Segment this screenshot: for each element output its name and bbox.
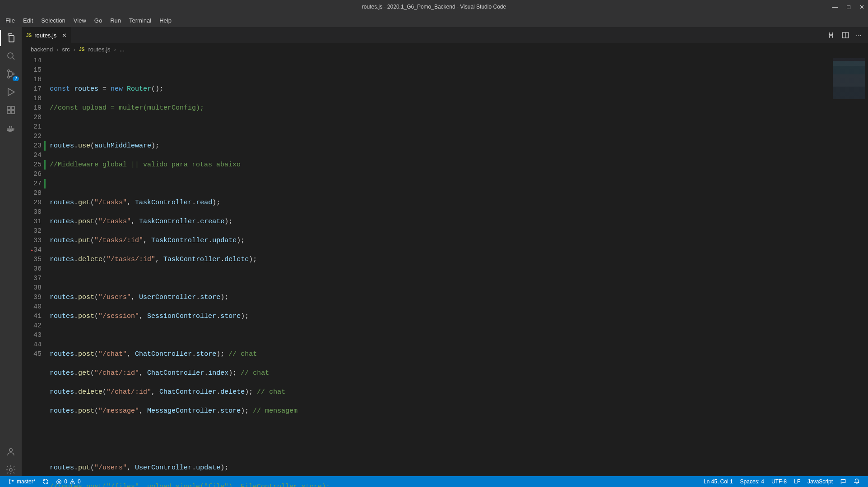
chevron-right-icon: › bbox=[56, 46, 58, 53]
tab-label: routes.js bbox=[34, 32, 56, 39]
svg-point-2 bbox=[8, 76, 9, 78]
run-debug-icon[interactable] bbox=[5, 86, 17, 98]
window-title: routes.js - 2020.1_G6_Pomo_Backend - Vis… bbox=[362, 4, 506, 10]
editor-tabs: JS routes.js ✕ ⋯ bbox=[22, 27, 868, 43]
settings-gear-icon[interactable] bbox=[5, 464, 17, 476]
breadcrumbs[interactable]: backend › src › JS routes.js › ... bbox=[22, 43, 868, 55]
explorer-icon[interactable] bbox=[5, 32, 17, 44]
activity-bar: 2 bbox=[0, 27, 22, 476]
svg-point-9 bbox=[9, 469, 12, 471]
minimap[interactable] bbox=[828, 55, 868, 476]
menu-help[interactable]: Help bbox=[156, 15, 175, 26]
scm-badge: 2 bbox=[13, 76, 19, 81]
maximize-icon[interactable]: □ bbox=[847, 4, 850, 10]
js-file-icon: JS bbox=[79, 47, 84, 52]
extensions-icon[interactable] bbox=[5, 104, 17, 116]
svg-point-1 bbox=[8, 70, 9, 72]
crumb-backend[interactable]: backend bbox=[31, 46, 53, 53]
chevron-right-icon: › bbox=[74, 46, 75, 53]
more-actions-icon[interactable]: ⋯ bbox=[856, 32, 862, 39]
docker-icon[interactable] bbox=[5, 122, 17, 134]
title-bar: routes.js - 2020.1_G6_Pomo_Backend - Vis… bbox=[0, 0, 868, 14]
accounts-icon[interactable] bbox=[5, 446, 17, 458]
compare-changes-icon[interactable] bbox=[827, 31, 835, 39]
tab-close-icon[interactable]: ✕ bbox=[62, 32, 67, 39]
code-content[interactable]: const routes = new Router(); //const upl… bbox=[50, 55, 828, 476]
svg-point-8 bbox=[9, 449, 12, 451]
svg-rect-6 bbox=[11, 110, 14, 114]
crumb-symbol[interactable]: ... bbox=[120, 46, 125, 53]
status-feedback-icon[interactable] bbox=[836, 478, 850, 485]
svg-rect-7 bbox=[11, 106, 14, 110]
line-gutter: 14 15 16 17 18 19 20 21 22 23 24 25 26 2… bbox=[22, 55, 50, 476]
tab-routes-js[interactable]: JS routes.js ✕ bbox=[22, 27, 72, 43]
close-icon[interactable]: ✕ bbox=[859, 4, 864, 10]
status-branch[interactable]: master* bbox=[5, 476, 39, 487]
menu-view[interactable]: View bbox=[70, 15, 90, 26]
source-control-icon[interactable]: 2 bbox=[5, 68, 17, 80]
minimap-thumb[interactable] bbox=[833, 58, 865, 99]
js-file-icon: JS bbox=[26, 33, 32, 38]
chevron-right-icon: › bbox=[114, 46, 116, 53]
crumb-file[interactable]: routes.js bbox=[88, 46, 110, 53]
svg-rect-4 bbox=[7, 106, 10, 110]
svg-point-11 bbox=[9, 479, 10, 480]
svg-point-0 bbox=[8, 53, 13, 58]
minimize-icon[interactable]: ― bbox=[832, 4, 838, 10]
menu-run[interactable]: Run bbox=[107, 15, 125, 26]
crumb-src[interactable]: src bbox=[62, 46, 70, 53]
editor-region: JS routes.js ✕ ⋯ backend › src › JS rout… bbox=[22, 27, 868, 476]
menu-terminal[interactable]: Terminal bbox=[125, 15, 155, 26]
split-editor-icon[interactable] bbox=[841, 31, 849, 39]
svg-point-12 bbox=[9, 483, 10, 484]
code-editor[interactable]: 14 15 16 17 18 19 20 21 22 23 24 25 26 2… bbox=[22, 55, 868, 476]
status-bell-icon[interactable] bbox=[850, 478, 863, 485]
menu-bar: File Edit Selection View Go Run Terminal… bbox=[0, 14, 868, 27]
svg-rect-5 bbox=[7, 110, 10, 114]
menu-file[interactable]: File bbox=[2, 15, 19, 26]
menu-selection[interactable]: Selection bbox=[37, 15, 69, 26]
menu-edit[interactable]: Edit bbox=[19, 15, 37, 26]
search-icon[interactable] bbox=[5, 50, 17, 62]
menu-go[interactable]: Go bbox=[91, 15, 106, 26]
